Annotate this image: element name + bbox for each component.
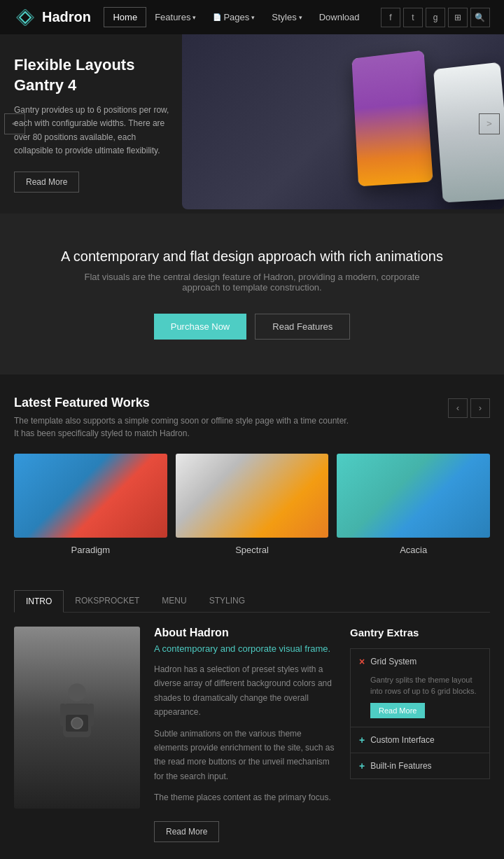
extras-toggle-features: + <box>359 760 365 771</box>
portfolio-name-spectral: Spectral <box>176 545 329 555</box>
gantry-title: Gantry Extras <box>350 627 490 638</box>
svg-point-5 <box>71 718 83 729</box>
read-features-btn[interactable]: Read Features <box>255 314 350 340</box>
about-para2: Subtle animations on the various theme e… <box>154 727 336 784</box>
tabs: INTRO ROKSPROCKET MENU STYLING <box>14 590 490 613</box>
extras-header-interface[interactable]: + Custom Interface <box>351 727 489 753</box>
twitter-icon[interactable]: t <box>403 8 423 27</box>
about-image <box>14 627 140 809</box>
tab-roksprocket[interactable]: ROKSPROCKET <box>64 590 150 612</box>
nav-links: Home Features ▾ 📄 Pages ▾ Styles ▾ Downl… <box>104 7 368 27</box>
extras-label-interface: Custom Interface <box>370 735 434 745</box>
cta-description: Flat visuals are the central design feat… <box>70 272 434 293</box>
hero-title: Flexible Layouts Gantry 4 <box>14 55 175 95</box>
portfolio-item-paradigm[interactable]: Paradigm <box>14 454 167 555</box>
hero-image <box>182 34 504 209</box>
featured-header: Latest Featured Works The template also … <box>14 396 490 440</box>
portfolio-thumb-spectral <box>176 454 329 538</box>
gantry-extras: Gantry Extras × Grid System Gantry split… <box>350 627 490 843</box>
featured-prev-btn[interactable]: ‹ <box>448 398 468 418</box>
extras-accordion: × Grid System Gantry splits the theme la… <box>350 648 490 779</box>
about-tagline: A contemporary and corporate visual fram… <box>154 643 336 654</box>
hero-readmore-btn[interactable]: Read More <box>14 172 79 193</box>
about-readmore-btn[interactable]: Read More <box>154 821 219 842</box>
featured-section: Latest Featured Works The template also … <box>0 375 504 576</box>
google-plus-icon[interactable]: g <box>426 8 445 27</box>
about-title: About Hadron <box>154 627 336 639</box>
extras-item-interface: + Custom Interface <box>351 727 489 753</box>
nav-home[interactable]: Home <box>104 7 146 27</box>
extras-text-grid: Gantry splits the theme layout into rows… <box>370 674 481 697</box>
cta-buttons: Purchase Now Read Features <box>14 314 490 340</box>
extras-btn-grid[interactable]: Read More <box>370 703 425 718</box>
featured-header-left: Latest Featured Works The template also … <box>14 396 349 440</box>
about-content: About Hadron A contemporary and corporat… <box>154 627 336 843</box>
hero-description: Gantry provides up to 6 positions per ro… <box>14 104 175 158</box>
about-para1: Hadron has a selection of preset styles … <box>154 662 336 720</box>
portfolio-item-spectral[interactable]: Spectral <box>176 454 329 555</box>
navbar: Hadron Home Features ▾ 📄 Pages ▾ Styles … <box>0 0 504 34</box>
extras-label-grid: Grid System <box>370 657 416 666</box>
extras-item-grid: × Grid System Gantry splits the theme la… <box>351 649 489 727</box>
nav-socials: f t g ⊞ 🔍 <box>381 8 490 27</box>
nav-styles[interactable]: Styles ▾ <box>263 8 310 27</box>
portfolio-thumb-paradigm <box>14 454 167 538</box>
rss-icon[interactable]: ⊞ <box>448 8 468 27</box>
logo-icon <box>14 9 36 26</box>
extras-label-features: Built-in Features <box>370 761 431 771</box>
hero-section: < Flexible Layouts Gantry 4 Gantry provi… <box>0 34 504 214</box>
portfolio-name-paradigm: Paradigm <box>14 545 167 555</box>
extras-toggle-interface: + <box>359 734 365 746</box>
tab-intro[interactable]: INTRO <box>14 590 64 613</box>
portfolio-thumb-acacia <box>337 454 490 538</box>
hero-text: Flexible Layouts Gantry 4 Gantry provide… <box>14 55 175 193</box>
nav-pages[interactable]: 📄 Pages ▾ <box>204 8 263 27</box>
extras-item-features: + Built-in Features <box>351 753 489 778</box>
hero-next-btn[interactable]: > <box>479 113 500 134</box>
tabs-section: INTRO ROKSPROCKET MENU STYLING <box>0 576 504 613</box>
svg-rect-7 <box>88 704 94 726</box>
portfolio-grid: Paradigm Spectral Acacia <box>14 454 490 555</box>
nav-download[interactable]: Download <box>311 8 368 27</box>
extras-content-grid: Gantry splits the theme layout into rows… <box>351 674 489 727</box>
about-gantry-section: About Hadron A contemporary and corporat… <box>0 627 504 859</box>
hero-prev-btn[interactable]: < <box>4 113 25 134</box>
cta-title: A contemporary and flat design approach … <box>14 249 490 265</box>
purchase-btn[interactable]: Purchase Now <box>154 314 247 340</box>
search-icon[interactable]: 🔍 <box>470 8 490 27</box>
facebook-icon[interactable]: f <box>381 8 400 27</box>
logo: Hadron <box>14 9 91 26</box>
tab-menu[interactable]: MENU <box>150 590 197 612</box>
cta-section: A contemporary and flat design approach … <box>0 214 504 375</box>
about-para3: The theme places content as the primary … <box>154 790 336 804</box>
extras-toggle-grid: × <box>359 656 365 667</box>
svg-rect-6 <box>60 704 66 726</box>
featured-next-btn[interactable]: › <box>470 398 490 418</box>
about-image-container <box>14 627 140 843</box>
brand-name: Hadron <box>42 9 91 25</box>
svg-point-2 <box>68 683 86 701</box>
extras-header-features[interactable]: + Built-in Features <box>351 753 489 778</box>
hero-mockup <box>182 34 504 209</box>
portfolio-name-acacia: Acacia <box>337 545 490 555</box>
nav-features[interactable]: Features ▾ <box>146 8 204 27</box>
featured-description: The template also supports a simple comi… <box>14 414 349 440</box>
featured-nav: ‹ › <box>448 398 490 418</box>
featured-title: Latest Featured Works <box>14 396 349 410</box>
extras-header-grid[interactable]: × Grid System <box>351 649 489 674</box>
tab-styling[interactable]: STYLING <box>198 590 256 612</box>
phone-mockup-1 <box>351 50 433 187</box>
portfolio-item-acacia[interactable]: Acacia <box>337 454 490 555</box>
